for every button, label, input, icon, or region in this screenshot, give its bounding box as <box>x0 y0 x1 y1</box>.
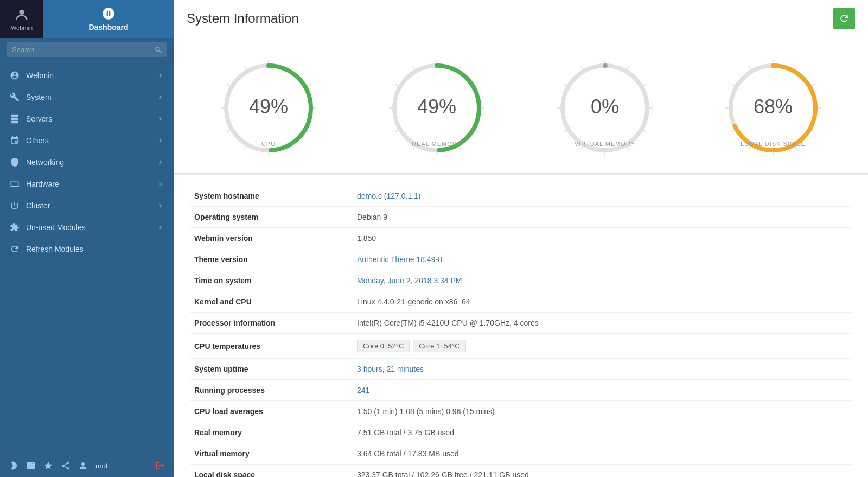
gauge-virtual-memory: 0% VIRTUAL MEMORY <box>551 54 659 162</box>
info-row-label: Real memory <box>190 422 353 443</box>
chevron-right-icon <box>157 137 164 144</box>
table-row: Theme versionAuthentic Theme 18.49-8 <box>190 249 852 270</box>
svg-line-30 <box>627 67 629 69</box>
svg-line-40 <box>581 67 583 69</box>
refresh-button[interactable] <box>833 8 855 29</box>
sidebar-item-others[interactable]: Others <box>0 130 174 151</box>
disk-space-gauge-label: LOCAL DISK SPACE <box>741 141 806 147</box>
info-link[interactable]: Monday, June 2, 2018 3:34 PM <box>357 276 462 285</box>
info-row-label: System hostname <box>190 186 353 207</box>
info-link[interactable]: 3 hours, 21 minutes <box>357 365 424 373</box>
svg-line-44 <box>795 67 797 69</box>
table-row: CPU load averages1.50 (1 min) 1.08 (5 mi… <box>190 401 852 422</box>
svg-line-54 <box>749 67 751 69</box>
moon-icon-btn[interactable] <box>9 461 18 470</box>
search-input[interactable] <box>7 42 167 57</box>
svg-line-33 <box>643 130 646 132</box>
table-row: Virtual memory3.64 GB total / 17.83 MB u… <box>190 443 852 465</box>
user-icon <box>78 461 88 470</box>
chevron-right-icon <box>157 94 164 100</box>
info-row-label: CPU load averages <box>190 401 353 422</box>
search-icon <box>154 46 163 54</box>
svg-line-26 <box>413 67 414 69</box>
svg-line-12 <box>245 67 246 69</box>
svg-line-8 <box>245 147 246 149</box>
svg-line-17 <box>475 84 478 86</box>
power-icon <box>10 201 20 211</box>
sidebar-header: Webmin Dashboard <box>0 0 174 38</box>
sidebar-item-unused-label: Un-used Modules <box>26 223 86 232</box>
refresh-icon <box>839 13 850 24</box>
sidebar-item-networking[interactable]: Networking <box>0 151 174 173</box>
share-icon <box>61 461 71 470</box>
logout-icon-btn[interactable] <box>155 461 165 470</box>
svg-line-3 <box>307 84 310 86</box>
sidebar-item-servers-label: Servers <box>26 115 52 123</box>
info-row-label: CPU temperatures <box>190 334 353 359</box>
gauge-real-memory: 49% REAL MEMORY <box>382 54 491 162</box>
cpu-percent: 49% <box>249 96 288 118</box>
sidebar-item-networking-label: Networking <box>26 158 64 167</box>
share-icon-btn[interactable] <box>61 461 71 470</box>
svg-line-23 <box>395 130 398 132</box>
sidebar-webmin-logo[interactable]: Webmin <box>0 0 43 38</box>
info-row-value: Authentic Theme 18.49-8 <box>353 249 852 270</box>
sidebar-webmin-label: Webmin <box>11 24 33 31</box>
sidebar-dashboard[interactable]: Dashboard <box>43 0 174 38</box>
info-row-label: Virtual memory <box>190 443 353 465</box>
sidebar-item-refresh-modules[interactable]: Refresh Modules <box>0 238 174 260</box>
info-row-label: Kernel and CPU <box>190 291 353 313</box>
gauge-disk-space: 68% LOCAL DISK SPACE <box>719 54 827 162</box>
svg-line-16 <box>459 67 461 69</box>
info-row-label: Operating system <box>190 207 353 228</box>
cpu-gauge-label: CPU <box>261 141 276 147</box>
svg-line-9 <box>227 130 230 132</box>
sidebar-item-system[interactable]: System <box>0 86 174 108</box>
sidebar: Webmin Dashboard Webmin <box>0 0 174 477</box>
info-row-value: 1.50 (1 min) 1.08 (5 mins) 0.96 (15 mins… <box>353 401 852 422</box>
sidebar-item-webmin[interactable]: Webmin <box>0 65 174 86</box>
info-row-label: Theme version <box>190 249 353 270</box>
info-section: System hostnamedemo.c (127.0.1.1)Operati… <box>174 175 868 477</box>
svg-line-39 <box>564 84 566 86</box>
table-row: Real memory7.51 GB total / 3.75 GB used <box>190 422 852 443</box>
sidebar-search-container <box>0 38 174 61</box>
logout-icon <box>155 461 165 470</box>
svg-line-53 <box>732 84 735 86</box>
info-row-value: Linux 4.4.0-21-generic on x86_64 <box>353 291 852 313</box>
moon-icon <box>9 461 18 470</box>
info-row-label: Time on system <box>190 270 353 291</box>
virtual-memory-gauge-label: VIRTUAL MEMORY <box>575 141 635 147</box>
sidebar-item-webmin-label: Webmin <box>26 71 54 80</box>
star-icon-btn[interactable] <box>43 461 53 470</box>
terminal-icon-btn[interactable] <box>26 461 36 470</box>
svg-line-19 <box>475 130 478 132</box>
info-row-value: 1.850 <box>353 228 852 249</box>
info-row-value: 7.51 GB total / 3.75 GB used <box>353 422 852 443</box>
info-link[interactable]: Authentic Theme 18.49-8 <box>357 255 442 264</box>
chevron-right-icon <box>157 159 164 166</box>
sidebar-item-servers[interactable]: Servers <box>0 108 174 130</box>
main-header: System Information <box>174 0 868 37</box>
table-row: CPU temperaturesCore 0: 52°CCore 1: 54°C <box>190 334 852 359</box>
sidebar-item-unused-modules[interactable]: Un-used Modules <box>0 217 174 238</box>
table-row: Running processes241 <box>190 380 852 401</box>
disk-space-percent: 68% <box>754 96 793 118</box>
user-icon-btn[interactable] <box>78 461 88 470</box>
sidebar-item-cluster-label: Cluster <box>26 201 50 210</box>
temp-badge: Core 1: 54°C <box>413 340 465 352</box>
system-info-table: System hostnamedemo.c (127.0.1.1)Operati… <box>190 186 852 477</box>
sidebar-bottom: root <box>0 454 174 477</box>
chevron-right-icon <box>157 224 164 231</box>
svg-point-0 <box>19 10 24 15</box>
info-row-value: 3 hours, 21 minutes <box>353 359 852 380</box>
sidebar-item-hardware[interactable]: Hardware <box>0 173 174 195</box>
info-link[interactable]: 241 <box>357 386 369 395</box>
table-row: Webmin version1.850 <box>190 228 852 249</box>
info-row-label: Running processes <box>190 380 353 401</box>
svg-line-51 <box>732 130 735 132</box>
info-link[interactable]: demo.c (127.0.1.1) <box>357 192 421 200</box>
sidebar-dashboard-label: Dashboard <box>88 23 128 31</box>
table-row: Local disk space323.37 GB total / 102.26… <box>190 465 852 478</box>
sidebar-item-cluster[interactable]: Cluster <box>0 195 174 217</box>
